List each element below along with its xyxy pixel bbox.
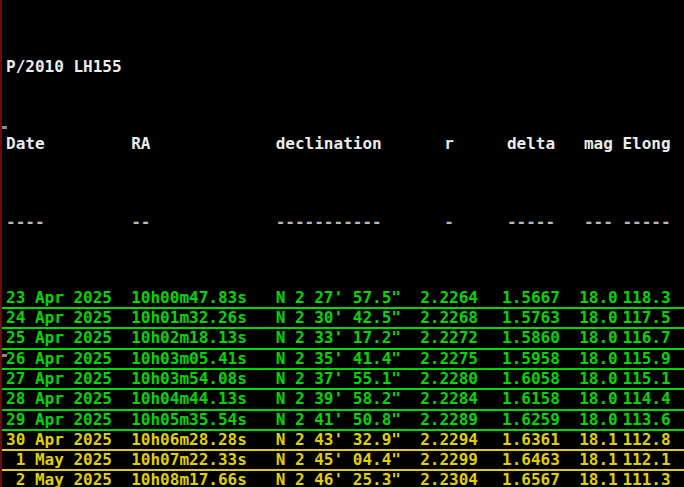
delta-cell: 1.6158 bbox=[488, 390, 575, 408]
elong-cell: 112.1 bbox=[622, 451, 680, 469]
ephemeris-row: 1 May 2025 10h07m22.33s N 2 45' 04.4" 2.… bbox=[2, 451, 684, 471]
date-cell: 1 May 2025 bbox=[6, 451, 112, 469]
table-rows: 23 Apr 2025 10h00m47.83s N 2 27' 57.5" 2… bbox=[2, 289, 684, 487]
ephemeris-row: 24 Apr 2025 10h01m32.26s N 2 30' 42.5" 2… bbox=[2, 309, 684, 329]
mag-cell: 18.1 bbox=[574, 451, 622, 469]
delta-cell: 1.5763 bbox=[488, 309, 575, 327]
left-edge-tick bbox=[2, 126, 7, 129]
ephemeris-row: 26 Apr 2025 10h03m05.41s N 2 35' 41.4" 2… bbox=[2, 350, 684, 370]
r-cell: 2.2284 bbox=[411, 390, 488, 408]
dash-ra: -- bbox=[131, 212, 247, 232]
left-edge-tick bbox=[2, 354, 7, 357]
mag-cell: 18.0 bbox=[574, 309, 622, 327]
mag-cell: 18.0 bbox=[574, 350, 622, 368]
header-mag: mag bbox=[574, 134, 622, 154]
dash-elong: ----- bbox=[622, 212, 680, 232]
header-r: r bbox=[411, 134, 488, 154]
r-cell: 2.2289 bbox=[411, 411, 488, 429]
date-cell: 29 Apr 2025 bbox=[6, 411, 112, 429]
ra-cell: 10h02m18.13s bbox=[131, 329, 247, 347]
ra-cell: 10h00m47.83s bbox=[131, 289, 247, 307]
declination-cell: N 2 33' 17.2" bbox=[276, 329, 411, 347]
mag-cell: 18.0 bbox=[574, 289, 622, 307]
declination-cell: N 2 39' 58.2" bbox=[276, 390, 411, 408]
ra-cell: 10h07m22.33s bbox=[131, 451, 247, 469]
mag-cell: 18.0 bbox=[574, 411, 622, 429]
r-cell: 2.2264 bbox=[411, 289, 488, 307]
ra-cell: 10h04m44.13s bbox=[131, 390, 247, 408]
elong-cell: 118.3 bbox=[622, 289, 680, 307]
mag-cell: 18.0 bbox=[574, 370, 622, 388]
elong-cell: 113.6 bbox=[622, 411, 680, 429]
elong-cell: 114.4 bbox=[622, 390, 680, 408]
date-cell: 2 May 2025 bbox=[6, 471, 112, 487]
date-cell: 24 Apr 2025 bbox=[6, 309, 112, 327]
r-cell: 2.2268 bbox=[411, 309, 488, 327]
date-cell: 30 Apr 2025 bbox=[6, 431, 112, 449]
ephemeris-row: 23 Apr 2025 10h00m47.83s N 2 27' 57.5" 2… bbox=[2, 289, 684, 309]
mag-cell: 18.1 bbox=[574, 431, 622, 449]
header-date: Date bbox=[6, 134, 112, 154]
ephemeris-terminal: P/2010 LH155 Date RA declination r delta… bbox=[0, 0, 684, 487]
date-cell: 28 Apr 2025 bbox=[6, 390, 112, 408]
elong-cell: 115.9 bbox=[622, 350, 680, 368]
object-name-text: P/2010 LH155 bbox=[6, 57, 122, 77]
mag-cell: 18.0 bbox=[574, 390, 622, 408]
r-cell: 2.2299 bbox=[411, 451, 488, 469]
declination-cell: N 2 46' 25.3" bbox=[276, 471, 411, 487]
date-cell: 25 Apr 2025 bbox=[6, 329, 112, 347]
dash-date: ---- bbox=[6, 212, 112, 232]
elong-cell: 116.7 bbox=[622, 329, 680, 347]
object-title: P/2010 LH155 bbox=[2, 57, 684, 77]
ra-cell: 10h01m32.26s bbox=[131, 309, 247, 327]
delta-cell: 1.6567 bbox=[488, 471, 575, 487]
date-cell: 23 Apr 2025 bbox=[6, 289, 112, 307]
header-declination: declination bbox=[276, 134, 411, 154]
ra-cell: 10h05m35.54s bbox=[131, 411, 247, 429]
header-ra: RA bbox=[131, 134, 247, 154]
delta-cell: 1.6259 bbox=[488, 411, 575, 429]
ephemeris-row: 28 Apr 2025 10h04m44.13s N 2 39' 58.2" 2… bbox=[2, 390, 684, 410]
delta-cell: 1.5860 bbox=[488, 329, 575, 347]
dash-mag: --- bbox=[574, 212, 622, 232]
dash-r: - bbox=[411, 212, 488, 232]
delta-cell: 1.5667 bbox=[488, 289, 575, 307]
mag-cell: 18.0 bbox=[574, 329, 622, 347]
declination-cell: N 2 43' 32.9" bbox=[276, 431, 411, 449]
delta-cell: 1.5958 bbox=[488, 350, 575, 368]
date-cell: 26 Apr 2025 bbox=[6, 350, 112, 368]
ephemeris-row: 30 Apr 2025 10h06m28.28s N 2 43' 32.9" 2… bbox=[2, 431, 684, 451]
declination-cell: N 2 45' 04.4" bbox=[276, 451, 411, 469]
delta-cell: 1.6058 bbox=[488, 370, 575, 388]
elong-cell: 112.8 bbox=[622, 431, 680, 449]
header-delta: delta bbox=[488, 134, 575, 154]
date-cell: 27 Apr 2025 bbox=[6, 370, 112, 388]
ephemeris-row: 27 Apr 2025 10h03m54.08s N 2 37' 55.1" 2… bbox=[2, 370, 684, 390]
ra-cell: 10h06m28.28s bbox=[131, 431, 247, 449]
ephemeris-row: 2 May 2025 10h08m17.66s N 2 46' 25.3" 2.… bbox=[2, 471, 684, 487]
elong-cell: 117.5 bbox=[622, 309, 680, 327]
elong-cell: 111.3 bbox=[622, 471, 680, 487]
mag-cell: 18.1 bbox=[574, 471, 622, 487]
r-cell: 2.2294 bbox=[411, 431, 488, 449]
ra-cell: 10h03m05.41s bbox=[131, 350, 247, 368]
dash-declination: ----------- bbox=[276, 212, 411, 232]
delta-cell: 1.6361 bbox=[488, 431, 575, 449]
dash-delta: ----- bbox=[488, 212, 575, 232]
declination-cell: N 2 35' 41.4" bbox=[276, 350, 411, 368]
declination-cell: N 2 41' 50.8" bbox=[276, 411, 411, 429]
ephemeris-row: 25 Apr 2025 10h02m18.13s N 2 33' 17.2" 2… bbox=[2, 329, 684, 349]
r-cell: 2.2280 bbox=[411, 370, 488, 388]
declination-cell: N 2 30' 42.5" bbox=[276, 309, 411, 327]
r-cell: 2.2275 bbox=[411, 350, 488, 368]
declination-cell: N 2 27' 57.5" bbox=[276, 289, 411, 307]
elong-cell: 115.1 bbox=[622, 370, 680, 388]
table-header-row: Date RA declination r delta mag Elong bbox=[2, 134, 684, 154]
header-elong: Elong bbox=[622, 134, 680, 154]
ephemeris-row: 29 Apr 2025 10h05m35.54s N 2 41' 50.8" 2… bbox=[2, 411, 684, 431]
r-cell: 2.2272 bbox=[411, 329, 488, 347]
table-dash-row: ---- -- ----------- - ----- --- ----- bbox=[2, 212, 684, 232]
r-cell: 2.2304 bbox=[411, 471, 488, 487]
delta-cell: 1.6463 bbox=[488, 451, 575, 469]
ra-cell: 10h03m54.08s bbox=[131, 370, 247, 388]
